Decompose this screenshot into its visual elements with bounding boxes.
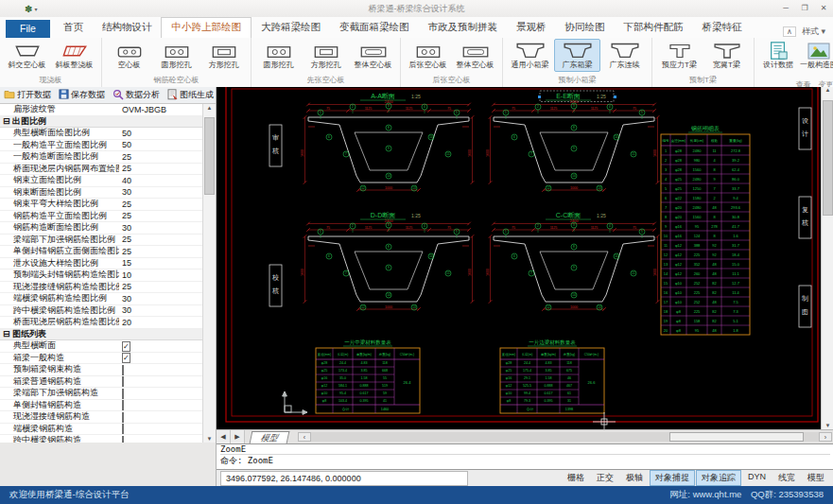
ribbon-group-label: 预制小箱梁 [507, 74, 648, 87]
tab-桥梁特征[interactable]: 桥梁特征 [692, 18, 751, 38]
collapse-icon[interactable]: ⊟ [3, 116, 10, 126]
canvas-hscrollbar[interactable]: ‹ › [298, 432, 832, 442]
param-value[interactable]: 25 [119, 235, 203, 244]
checkbox-端横梁钢筋构造[interactable] [122, 424, 124, 434]
svg-text:225: 225 [694, 309, 701, 314]
tab-结构物设计[interactable]: 结构物设计 [93, 18, 162, 38]
ribbon-button-方形挖孔[interactable]: 方形挖孔 [200, 39, 247, 72]
status-toggle-正交[interactable]: 正交 [591, 470, 619, 486]
svg-text:173.4: 173.4 [338, 369, 347, 373]
svg-text:12: 12 [664, 252, 668, 257]
minimize-button[interactable]: ─ [776, 2, 795, 15]
ribbon-collapse-icon[interactable]: ∧ [783, 26, 796, 37]
panel-scrollbar[interactable]: ▲ ▼ [202, 104, 216, 443]
model-tab[interactable]: 模型 [250, 431, 290, 443]
tab-市政及预制拼装[interactable]: 市政及预制拼装 [418, 18, 507, 38]
scrollbar-thumb[interactable] [669, 432, 804, 442]
cad-viewport[interactable]: 审核校核设计复核制图A-A断面1:25240075112511257510001… [217, 87, 821, 429]
status-toggle-DYN[interactable]: DYN [742, 470, 772, 486]
param-value[interactable]: 50 [119, 129, 203, 138]
scroll-down-icon[interactable]: ▼ [203, 436, 216, 442]
checkbox-预制箱梁钢束构造[interactable] [122, 365, 124, 375]
status-toggle-栅格[interactable]: 栅格 [562, 470, 590, 486]
toolbar-button-打开数据[interactable]: 打开数据 [2, 89, 53, 101]
ribbon-button-一般构造图[interactable]: 一般构造图 [799, 39, 833, 72]
scrollbar-thumb[interactable] [823, 100, 833, 216]
ribbon-button-整体空心板[interactable]: 整体空心板 [452, 39, 498, 72]
ribbon-button-广东连续[interactable]: 广东连续 [601, 39, 648, 72]
tab-中小跨上部绘图[interactable]: 中小跨上部绘图 [161, 17, 252, 38]
status-toggle-模型[interactable]: 模型 [802, 470, 830, 486]
layout-prev-icon[interactable]: ◀ [217, 430, 231, 443]
checkbox-跨中横梁钢筋构造[interactable] [122, 436, 124, 443]
ribbon-button-圆形挖孔[interactable]: 圆形挖孔 [153, 39, 200, 72]
ribbon-button-广东箱梁[interactable]: 广东箱梁 [554, 39, 600, 72]
ribbon-button-宽翼T梁[interactable]: 宽翼T梁 [703, 39, 750, 72]
tab-景观桥[interactable]: 景观桥 [507, 18, 556, 38]
tab-首页[interactable]: 首页 [54, 18, 93, 38]
param-value[interactable]: 25 [119, 200, 203, 209]
ribbon-button-整体空心板[interactable]: 整体空心板 [350, 39, 396, 72]
layout-next-icon[interactable]: ▶ [231, 430, 245, 443]
tab-大跨箱梁绘图[interactable]: 大跨箱梁绘图 [252, 18, 330, 38]
file-tab[interactable]: File [6, 20, 50, 38]
param-value[interactable]: 25 [119, 164, 203, 173]
param-value[interactable]: 30 [119, 187, 203, 197]
scroll-down-icon[interactable]: ▼ [822, 423, 833, 428]
param-value[interactable]: 25 [119, 152, 203, 162]
status-toggle-线宽[interactable]: 线宽 [772, 470, 801, 486]
checkbox-现浇湿接缝钢筋构造[interactable] [122, 412, 124, 423]
param-value[interactable]: 40 [119, 176, 203, 185]
param-value[interactable]: 30 [119, 223, 203, 233]
param-value[interactable]: 50 [119, 140, 203, 149]
toolbar-button-数据分析[interactable]: 数据分析 [111, 89, 162, 102]
holes-square-icon [211, 41, 237, 61]
status-toggle-对象追踪[interactable]: 对象追踪 [696, 470, 741, 486]
scroll-up-icon[interactable]: ▲ [822, 87, 833, 93]
close-button[interactable]: ✕ [814, 2, 833, 15]
checkbox-典型横断面[interactable]: ✓ [122, 341, 130, 352]
canvas-vscrollbar[interactable]: ▲ ▼ [821, 87, 833, 429]
param-value[interactable]: 10 [119, 270, 203, 280]
ribbon-button-方形挖孔[interactable]: 方形挖孔 [303, 39, 349, 72]
svg-text:61: 61 [567, 391, 571, 395]
style-dropdown[interactable]: 样式 ▾ [802, 26, 825, 38]
scroll-left-icon[interactable]: ‹ [298, 432, 311, 442]
param-value[interactable]: 25 [119, 211, 203, 220]
param-value[interactable]: 30 [119, 294, 203, 304]
param-value[interactable]: 25 [119, 282, 203, 291]
ribbon-button-预应力T梁[interactable]: 预应力T梁 [656, 39, 703, 72]
status-toggle-极轴[interactable]: 极轴 [620, 470, 649, 486]
scroll-right-icon[interactable]: › [819, 432, 832, 442]
ribbon-button-空心板[interactable]: 空心板 [106, 39, 152, 72]
status-toggle-对象捕捉[interactable]: 对象捕捉 [650, 470, 695, 486]
tab-下部构件配筋[interactable]: 下部构件配筋 [614, 18, 692, 38]
tab-协同绘图[interactable]: 协同绘图 [555, 18, 614, 38]
collapse-icon[interactable]: ⊟ [3, 329, 10, 339]
scrollbar-thumb[interactable] [204, 117, 215, 195]
toolbar-button-图纸生成[interactable]: 图纸生成 [165, 89, 216, 102]
ribbon-button-圆形挖孔[interactable]: 圆形挖孔 [255, 39, 302, 72]
checkbox-单侧封锚钢筋构造[interactable] [122, 400, 124, 410]
checkbox-梁端部下加强钢筋构造[interactable] [122, 389, 124, 399]
maximize-button[interactable]: ❐ [795, 2, 814, 15]
param-value[interactable]: OVM-JBGB [119, 105, 203, 114]
ribbon-button-通用小箱梁[interactable]: 通用小箱梁 [507, 39, 553, 72]
frame-title-cell: 制图 [799, 286, 811, 327]
checkbox-箱梁普通钢筋构造[interactable] [122, 376, 124, 387]
ribbon-button-后张空心板[interactable]: 后张空心板 [405, 39, 451, 72]
checkbox-箱梁一般构造[interactable]: ✓ [122, 353, 130, 363]
ribbon-button-设计数据[interactable]: 设计数据 [758, 39, 798, 72]
application-window: ✽ ▾ 桥梁通-桥梁综合设计系统 ─ ❐ ✕ File 首页结构物设计中小跨上部… [0, 0, 833, 504]
param-value[interactable]: 30 [119, 305, 203, 315]
ribbon-button-斜板整浇板[interactable]: 斜板整浇板 [51, 39, 97, 72]
ribbon-button-斜交空心板[interactable]: 斜交空心板 [4, 39, 50, 72]
command-line[interactable]: ZoomE命令: ZoomE命令: [217, 443, 833, 470]
param-value[interactable]: 20 [119, 318, 203, 327]
param-value[interactable]: 25 [119, 247, 203, 256]
tab-变截面箱梁绘图[interactable]: 变截面箱梁绘图 [330, 18, 419, 38]
scroll-up-icon[interactable]: ▲ [203, 105, 216, 111]
toolbar-button-保存数据[interactable]: 保存数据 [57, 89, 107, 101]
svg-text:φ12: φ12 [321, 384, 327, 388]
param-value[interactable]: 15 [119, 258, 203, 268]
